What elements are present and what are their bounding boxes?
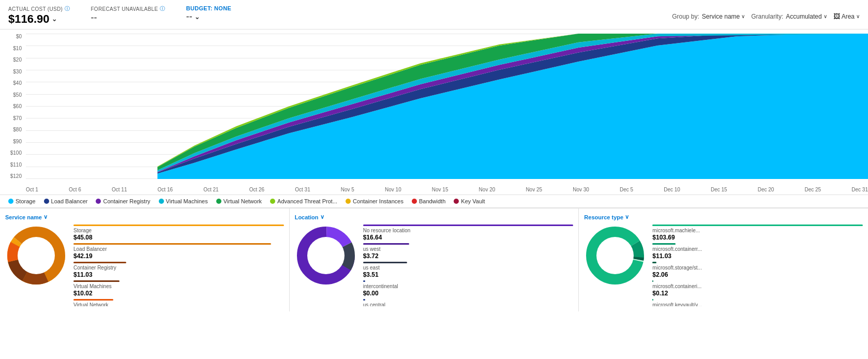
loc-intercontinental-row: intercontinental $0.00: [363, 280, 574, 297]
legend-advanced-threat-label: Advanced Threat Prot...: [277, 198, 337, 204]
service-name-chevron: ∨: [43, 214, 48, 220]
forecast-info-icon[interactable]: ⓘ: [160, 5, 165, 12]
view-dropdown[interactable]: 🖼 Area ∨: [833, 12, 860, 20]
container-instances-dot: [346, 199, 351, 204]
service-name-legend: Storage $45.08 Load Balancer $42.19 Cont…: [73, 225, 284, 306]
service-vm-row: Virtual Machines $10.02: [73, 280, 284, 297]
actual-cost-info-icon[interactable]: ⓘ: [65, 5, 70, 12]
granularity-dropdown[interactable]: Granularity: Accumulated ∨: [751, 13, 827, 20]
container-registry-dot: [96, 199, 101, 204]
view-chevron: ∨: [856, 13, 860, 19]
bandwidth-dot: [412, 199, 417, 204]
chart-controls: Group by: Service name ∨ Granularity: Ac…: [672, 5, 860, 20]
legend-key-vault[interactable]: Key Vault: [454, 198, 485, 204]
service-name-title[interactable]: Service name ∨: [5, 214, 284, 220]
legend-advanced-threat[interactable]: Advanced Threat Prot...: [270, 198, 337, 204]
service-name-donut: [5, 225, 67, 287]
legend-load-balancer[interactable]: Load Balancer: [44, 198, 88, 204]
resource-type-donut: [584, 225, 646, 287]
loc-us-west-row: us west $3.72: [363, 243, 574, 260]
group-by-chevron: ∨: [741, 13, 745, 19]
group-by-value: Service name: [702, 13, 740, 20]
service-cr-row: Container Registry $11.03: [73, 262, 284, 278]
forecast-label: FORECAST UNAVAILABLE ⓘ: [91, 5, 165, 12]
y-axis: $120 $110 $100 $90 $80 $70 $60 $50 $40 $…: [0, 34, 25, 179]
location-legend: No resource location $16.64 us west $3.7…: [363, 225, 574, 306]
location-panel: Location ∨ No resource location $16.64: [290, 208, 579, 311]
view-value: Area: [842, 13, 855, 20]
virtual-machines-dot: [159, 199, 164, 204]
legend-bandwidth[interactable]: Bandwidth: [412, 198, 445, 204]
forecast-block: FORECAST UNAVAILABLE ⓘ --: [91, 5, 165, 23]
res-storage-row: microsoft.storage/st... $2.06: [652, 262, 863, 278]
service-name-panel: Service name ∨ Storage $45.0: [0, 208, 290, 311]
key-vault-dot: [454, 199, 459, 204]
service-storage-row: Storage $45.08: [73, 225, 284, 241]
loc-no-resource-row: No resource location $16.64: [363, 225, 574, 241]
resource-type-panel: Resource type ∨ microsoft.machiele... $1…: [579, 208, 868, 311]
storage-area: [26, 34, 868, 179]
service-lb-row: Load Balancer $42.19: [73, 243, 284, 260]
group-by-prefix: Group by:: [672, 13, 699, 20]
actual-cost-value[interactable]: $116.90 ⌄: [8, 12, 70, 26]
legend-container-instances-label: Container Instances: [353, 198, 403, 204]
budget-block: BUDGET: NONE -- ⌄: [186, 5, 231, 22]
budget-label: BUDGET: NONE: [186, 5, 231, 11]
service-name-content: Storage $45.08 Load Balancer $42.19 Cont…: [5, 225, 284, 306]
legend-storage-label: Storage: [16, 198, 36, 204]
actual-cost-chevron: ⌄: [52, 16, 57, 23]
svg-point-9: [307, 237, 345, 274]
actual-cost-label: ACTUAL COST (USD) ⓘ: [8, 5, 70, 12]
legend-container-instances[interactable]: Container Instances: [346, 198, 403, 204]
location-content: No resource location $16.64 us west $3.7…: [295, 225, 574, 306]
loc-us-central-row: us central $0.00: [363, 299, 574, 306]
svg-point-5: [18, 237, 55, 274]
service-vn-row: Virtual Network $8.33: [73, 299, 284, 306]
legend-virtual-network-label: Virtual Network: [223, 198, 262, 204]
budget-value[interactable]: -- ⌄: [186, 11, 231, 22]
granularity-value: Accumulated: [786, 13, 821, 20]
location-donut-svg: [295, 225, 357, 287]
granularity-prefix: Granularity:: [751, 13, 783, 20]
resource-donut-svg: [584, 225, 646, 287]
res-keyvault-row: microsoft.keyvault/v... $0.00: [652, 299, 863, 306]
group-by-dropdown[interactable]: Group by: Service name ∨: [672, 13, 745, 20]
granularity-chevron: ∨: [824, 13, 827, 19]
legend-storage[interactable]: Storage: [8, 198, 36, 204]
chart-icon: 🖼: [833, 12, 840, 20]
actual-cost-block: ACTUAL COST (USD) ⓘ $116.90 ⌄: [8, 5, 70, 26]
legend-virtual-network[interactable]: Virtual Network: [216, 198, 262, 204]
area-chart: [26, 34, 868, 179]
res-machine-row: microsoft.machiele... $103.69: [652, 225, 863, 241]
resource-type-title[interactable]: Resource type ∨: [584, 214, 863, 220]
resource-type-chevron: ∨: [625, 214, 629, 220]
load-balancer-dot: [44, 199, 49, 204]
advanced-threat-dot: [270, 199, 275, 204]
legend-load-balancer-label: Load Balancer: [51, 198, 88, 204]
legend-container-registry-label: Container Registry: [103, 198, 150, 204]
loc-us-east-row: us east $3.51: [363, 262, 574, 278]
x-axis: Oct 1 Oct 6 Oct 11 Oct 16 Oct 21 Oct 26 …: [26, 187, 868, 192]
legend-bandwidth-label: Bandwidth: [419, 198, 445, 204]
res-containerr-row: microsoft.containerr... $11.03: [652, 243, 863, 260]
legend-virtual-machines-label: Virtual Machines: [166, 198, 208, 204]
legend-container-registry[interactable]: Container Registry: [96, 198, 150, 204]
forecast-value: --: [91, 12, 165, 23]
location-title[interactable]: Location ∨: [295, 214, 574, 220]
storage-dot: [8, 199, 13, 204]
header-bar: ACTUAL COST (USD) ⓘ $116.90 ⌄ FORECAST U…: [0, 0, 868, 29]
resource-type-content: microsoft.machiele... $103.69 microsoft.…: [584, 225, 863, 306]
chart-area: $120 $110 $100 $90 $80 $70 $60 $50 $40 $…: [0, 29, 868, 195]
svg-point-14: [596, 237, 634, 274]
service-donut-svg: [5, 225, 67, 287]
chart-legend: Storage Load Balancer Container Registry…: [0, 195, 868, 208]
location-chevron: ∨: [320, 214, 324, 220]
legend-key-vault-label: Key Vault: [461, 198, 485, 204]
legend-virtual-machines[interactable]: Virtual Machines: [159, 198, 208, 204]
location-donut: [295, 225, 357, 287]
bottom-panels: Service name ∨ Storage $45.0: [0, 208, 868, 311]
virtual-network-dot: [216, 199, 221, 204]
resource-type-legend: microsoft.machiele... $103.69 microsoft.…: [652, 225, 863, 306]
res-containeri-row: microsoft.containeri... $0.12: [652, 280, 863, 297]
budget-chevron: ⌄: [194, 13, 200, 21]
